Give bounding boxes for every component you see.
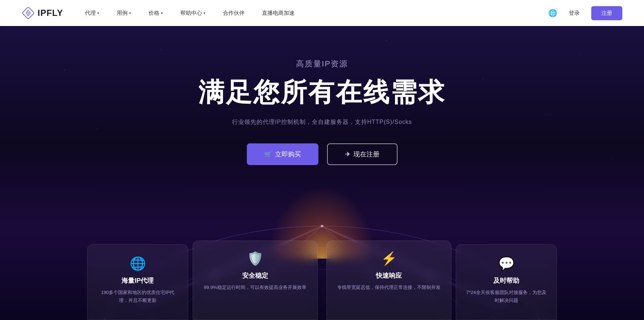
security-title: 安全稳定 <box>242 271 268 280</box>
globe-icon[interactable]: 🌐 <box>548 9 557 17</box>
main-nav: 代理 ▾ 用例 ▾ 价格 ▾ 帮助中心 ▾ 合作伙伴 直播电商加速 <box>85 10 548 17</box>
support-title: 及时帮助 <box>493 276 519 285</box>
hero-section: 高质量IP资源 满足您所有在线需求 行业领先的代理IP控制机制，全自建服务器，支… <box>0 26 644 320</box>
register-button[interactable]: 注册 <box>591 6 622 20</box>
support-desc: 7*24全天侯客服团队对接服务，为您及时解决问题 <box>466 289 546 304</box>
nav-help[interactable]: 帮助中心 ▾ <box>180 10 206 17</box>
send-icon: ✈ <box>345 150 351 158</box>
hero-desc: 行业领先的代理IP控制机制，全自建服务器，支持HTTP(S)/Socks <box>198 118 446 126</box>
logo-icon <box>22 7 35 20</box>
register-hero-button[interactable]: ✈ 现在注册 <box>327 143 398 165</box>
header-actions: 🌐 登录 注册 <box>548 6 622 20</box>
hero-subtitle: 高质量IP资源 <box>198 59 446 69</box>
hero-content: 高质量IP资源 满足您所有在线需求 行业领先的代理IP控制机制，全自建服务器，支… <box>198 59 446 165</box>
ip-title: 海量IP代理 <box>121 276 154 285</box>
security-icon: 🛡️ <box>247 251 263 266</box>
hero-buttons: 🛒 立即购买 ✈ 现在注册 <box>198 143 446 165</box>
speed-desc: 专线带宽延迟低，保持代理正常连接，不限制并发 <box>337 284 441 291</box>
feature-card-support: 💬 及时帮助 7*24全天侯客服团队对接服务，为您及时解决问题 <box>456 244 557 320</box>
ip-desc: 190多个国家和地区的优质住宅IP代理，并且不断更新 <box>98 289 178 304</box>
logo-text: IPFLY <box>38 8 63 18</box>
header: IPFLY 代理 ▾ 用例 ▾ 价格 ▾ 帮助中心 ▾ 合作伙伴 直播电商加速 … <box>0 0 644 26</box>
nav-usecase[interactable]: 用例 ▾ <box>117 10 131 17</box>
support-icon: 💬 <box>498 256 515 271</box>
speed-title: 快速响应 <box>376 271 402 280</box>
login-button[interactable]: 登录 <box>564 8 584 19</box>
buy-button[interactable]: 🛒 立即购买 <box>247 143 318 165</box>
cart-icon: 🛒 <box>264 150 272 158</box>
hero-title: 满足您所有在线需求 <box>198 75 446 110</box>
feature-card-security: 🛡️ 安全稳定 99.9%稳定运行时间，可以有效提高业务开展效率 <box>193 241 318 320</box>
logo[interactable]: IPFLY <box>22 7 63 20</box>
speed-icon: ⚡ <box>381 251 397 266</box>
nav-partner[interactable]: 合作伙伴 <box>223 10 245 17</box>
nav-price[interactable]: 价格 ▾ <box>149 10 163 17</box>
feature-card-speed: ⚡ 快速响应 专线带宽延迟低，保持代理正常连接，不限制并发 <box>326 241 451 320</box>
chevron-down-icon: ▾ <box>97 11 99 16</box>
chevron-down-icon: ▾ <box>129 11 131 16</box>
feature-cards: 🌐 海量IP代理 190多个国家和地区的优质住宅IP代理，并且不断更新 🛡️ 安… <box>87 241 557 320</box>
security-desc: 99.9%稳定运行时间，可以有效提高业务开展效率 <box>204 284 306 291</box>
chevron-down-icon: ▾ <box>203 11 206 16</box>
nav-live[interactable]: 直播电商加速 <box>262 10 295 17</box>
ip-icon: 🌐 <box>130 256 146 271</box>
feature-card-ip: 🌐 海量IP代理 190多个国家和地区的优质住宅IP代理，并且不断更新 <box>87 244 188 320</box>
svg-point-16 <box>321 225 323 227</box>
chevron-down-icon: ▾ <box>161 11 163 16</box>
nav-proxy[interactable]: 代理 ▾ <box>85 10 99 17</box>
